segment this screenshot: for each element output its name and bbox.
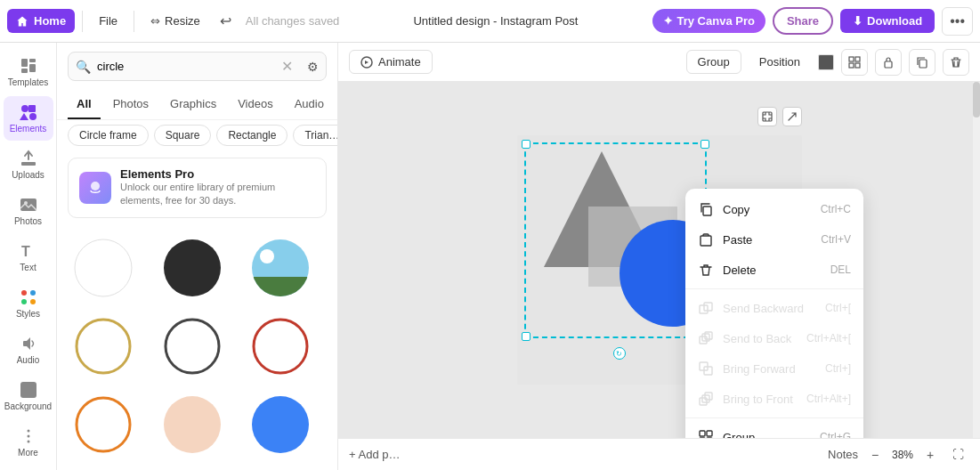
- send-to-back-icon: [698, 330, 714, 346]
- download-icon: ⬇: [853, 14, 863, 28]
- more-button[interactable]: •••: [942, 7, 973, 36]
- svg-rect-51: [705, 332, 712, 339]
- download-button[interactable]: ⬇ Download: [840, 9, 935, 33]
- sidebar-item-photos[interactable]: Photos: [4, 189, 53, 233]
- group-button[interactable]: Group: [686, 50, 741, 74]
- circle-item-white[interactable]: [68, 232, 139, 304]
- circles-grid: [57, 225, 337, 470]
- sidebar-item-text[interactable]: T Text: [4, 235, 53, 280]
- undo-button[interactable]: ↩: [213, 7, 239, 35]
- sidebar-item-uploads[interactable]: Uploads: [4, 142, 53, 187]
- audio-icon: [20, 335, 37, 352]
- main-area: Templates Elements Uploads Photos T Text: [0, 43, 980, 470]
- zoom-out-button[interactable]: −: [865, 445, 885, 465]
- animate-button[interactable]: Animate: [349, 50, 433, 74]
- menu-item-group[interactable]: Group Ctrl+G: [685, 422, 863, 438]
- rotate-handle[interactable]: ↻: [613, 347, 626, 360]
- background-icon: [20, 381, 37, 399]
- sidebar-item-styles[interactable]: Styles: [4, 281, 53, 326]
- resize-handle-tl[interactable]: [522, 140, 530, 149]
- canvas-area: Animate Group Position: [338, 43, 980, 470]
- templates-label: Templates: [8, 77, 49, 87]
- copy-button[interactable]: [909, 49, 935, 76]
- share-button[interactable]: Share: [773, 7, 833, 35]
- tab-audio[interactable]: Audio: [286, 90, 333, 119]
- circle-item-landscape[interactable]: [245, 232, 316, 304]
- sidebar-item-elements[interactable]: Elements: [4, 96, 53, 141]
- home-icon: [16, 15, 28, 28]
- bring-forward-icon: [698, 361, 714, 377]
- resize-handle-tr[interactable]: [701, 140, 709, 149]
- circle-item-blue[interactable]: [245, 389, 316, 460]
- topbar: Home File ⇔ Resize ↩ All changes saved U…: [0, 0, 980, 43]
- svg-rect-1: [29, 59, 36, 62]
- search-input[interactable]: [69, 53, 274, 79]
- menu-item-delete[interactable]: Delete DEL: [685, 255, 863, 285]
- menu-item-bring-to-front: Bring to Front Ctrl+Alt+]: [685, 384, 863, 414]
- svg-rect-7: [29, 113, 36, 120]
- svg-rect-45: [703, 207, 711, 215]
- tab-all[interactable]: All: [68, 90, 101, 119]
- home-button[interactable]: Home: [7, 9, 75, 33]
- search-clear-button[interactable]: ✕: [274, 53, 300, 80]
- copy-menu-icon: [698, 201, 714, 217]
- file-label: File: [99, 14, 117, 28]
- paste-shortcut: Ctrl+V: [821, 233, 851, 246]
- chips-row: Circle frame Square Rectangle Trian…: [57, 120, 337, 150]
- scrollbar-track: [973, 82, 980, 438]
- svg-point-32: [252, 396, 309, 453]
- position-button[interactable]: Position: [749, 51, 811, 73]
- circle-item-dark[interactable]: [157, 232, 228, 304]
- expand2-button[interactable]: [782, 107, 802, 126]
- circle-item-orange-outline[interactable]: [68, 389, 139, 460]
- sidebar-item-more[interactable]: More: [4, 420, 53, 465]
- try-pro-button[interactable]: ✦ Try Canva Pro: [652, 9, 765, 33]
- svg-rect-9: [20, 199, 36, 211]
- scrollbar-thumb[interactable]: [973, 82, 980, 118]
- circle-item-red-outline[interactable]: [245, 311, 316, 382]
- grid-button[interactable]: [841, 49, 868, 76]
- more-icon: [20, 427, 37, 445]
- resize-handle-bl[interactable]: [522, 332, 530, 341]
- svg-point-21: [75, 239, 132, 296]
- chip-circle-frame[interactable]: Circle frame: [68, 125, 149, 146]
- menu-item-paste[interactable]: Paste Ctrl+V: [685, 224, 863, 255]
- sidebar-item-templates[interactable]: Templates: [4, 50, 53, 94]
- search-filter-button[interactable]: ⚙: [300, 54, 326, 79]
- send-to-back-shortcut: Ctrl+Alt+[: [806, 332, 851, 344]
- delete-button[interactable]: [943, 49, 969, 76]
- search-bar: 🔍 ✕ ⚙: [57, 43, 337, 90]
- fullscreen-button[interactable]: ⛶: [947, 445, 969, 464]
- notes-button[interactable]: Notes: [828, 448, 858, 461]
- zoom-in-button[interactable]: +: [920, 445, 940, 465]
- tab-videos[interactable]: Videos: [229, 90, 282, 119]
- canvas-wrapper[interactable]: ↻ Copy Ctrl+C: [338, 82, 980, 438]
- chip-rectangle[interactable]: Rectangle: [216, 125, 288, 146]
- color-swatch[interactable]: [818, 54, 834, 70]
- chip-square[interactable]: Square: [154, 125, 212, 146]
- svg-rect-56: [705, 393, 712, 400]
- tab-photos[interactable]: Photos: [104, 90, 158, 119]
- sidebar-item-background[interactable]: Background: [4, 374, 53, 418]
- svg-rect-38: [849, 57, 854, 61]
- lock-button[interactable]: [875, 49, 902, 76]
- menu-item-copy[interactable]: Copy Ctrl+C: [685, 194, 863, 224]
- circle-item-gold-outline[interactable]: [68, 311, 139, 382]
- add-page-button[interactable]: + Add p…: [349, 448, 400, 461]
- tab-graphics[interactable]: Graphics: [161, 90, 225, 119]
- context-menu: Copy Ctrl+C Paste Ctrl+V Delete DEL: [685, 189, 863, 438]
- sidebar-item-audio[interactable]: Audio: [4, 328, 53, 372]
- svg-rect-54: [700, 398, 707, 405]
- svg-rect-43: [919, 60, 927, 68]
- file-button[interactable]: File: [90, 9, 126, 33]
- chip-triangle[interactable]: Trian…: [293, 125, 337, 146]
- home-label: Home: [34, 14, 66, 28]
- expand-button[interactable]: [757, 107, 777, 126]
- topbar-left: Home File ⇔ Resize ↩ All changes saved: [7, 7, 339, 35]
- circle-item-darkgray-outline[interactable]: [157, 311, 228, 382]
- circle-item-peach[interactable]: [157, 389, 228, 460]
- resize-button[interactable]: ⇔ Resize: [142, 9, 209, 33]
- menu-item-bring-forward: Bring Forward Ctrl+]: [685, 353, 863, 384]
- design-title: Untitled design - Instagram Post: [413, 14, 578, 28]
- svg-point-12: [21, 290, 27, 296]
